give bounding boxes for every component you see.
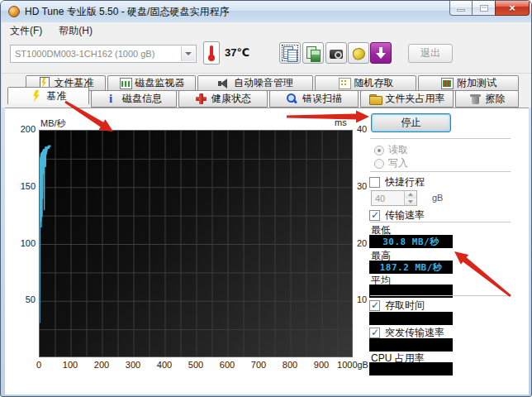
maximize-icon [480,5,488,12]
tab-label: 健康状态 [211,92,251,106]
divider [370,222,511,222]
app-icon [8,6,20,17]
temperature-value: 37℃ [225,46,249,59]
menu-help[interactable]: 帮助(H) [50,22,101,40]
dots-icon [338,77,350,89]
folder-icon [369,93,382,105]
cpu-usage-display [369,362,453,375]
short-stroke-label: 快捷行程 [385,175,425,189]
tab-label: 自动噪音管理 [234,76,293,90]
tab-erase[interactable]: 擦除 [455,90,519,108]
y-left-tick: 200 [9,124,36,134]
tab-disk-info[interactable]: 磁盘信息 [91,90,177,108]
menu-bar: 文件(F) 帮助(H) [2,22,532,39]
max-value-display: 187.2 MB/秒 [369,261,453,274]
x-tick: 1000gB [333,360,373,370]
y-left-tick: 150 [9,181,36,191]
divider [370,295,511,296]
tab-random-access[interactable]: 随机存取 [315,75,416,91]
drive-selector-dropdown-button[interactable] [181,46,195,61]
write-radio-label: 写入 [388,156,408,170]
stop-button[interactable]: 停止 [371,113,451,132]
copy-text-button[interactable] [279,42,301,64]
transfer-rate-checkbox[interactable] [369,210,380,221]
tab-label: 错误扫描 [302,92,342,106]
toolbar: ST1000DM003-1CH162 (1000 gB) 37℃ 退出 [2,39,532,74]
cross-icon [195,93,207,105]
exit-button[interactable]: 退出 [408,44,453,63]
short-stroke-row: 快捷行程 [369,175,425,189]
access-time-row: 存取时间 [369,299,425,313]
temperature-button[interactable] [203,41,220,65]
short-stroke-unit: gB [432,193,443,203]
read-radio-label: 读取 [388,143,408,157]
transfer-rate-label: 传输速率 [385,208,425,222]
tab-disk-monitor[interactable]: 磁盘监视器 [107,75,196,91]
transfer-rate-row: 传输速率 [369,208,425,222]
tab-aam[interactable]: 自动噪音管理 [197,75,313,91]
update-button[interactable] [370,42,392,64]
chevron-down-icon [185,52,192,55]
drive-selector[interactable]: ST1000DM003-1CH162 (1000 gB) [10,45,197,63]
magnifier-icon [286,93,298,105]
tab-label: 磁盘信息 [122,92,162,106]
stepper-down-button[interactable] [405,198,416,206]
close-button[interactable]: × [495,1,530,16]
tab-strip: 文件基准磁盘监视器自动噪音管理随机存取附加测试 基准磁盘信息健康状态错误扫描文件… [2,74,532,108]
window-title: HD Tune 专业版 5.50 - 硬盘/固态硬盘实用程序 [25,5,229,19]
read-radio-row: 读取 [374,143,408,157]
minimize-icon [457,9,465,12]
y-left-tick: 100 [9,238,36,248]
min-value-display: 30.8 MB/秒 [369,235,453,248]
read-radio[interactable] [374,146,384,155]
close-icon: × [509,2,515,13]
trash-icon [469,93,482,105]
stepper-up-button[interactable] [405,191,416,198]
menu-file[interactable]: 文件(F) [2,22,50,40]
tab-folder-usage[interactable]: 文件夹占用率 [360,90,454,108]
tab-row-1: 文件基准磁盘监视器自动噪音管理随机存取附加测试 [26,75,519,91]
tab-row-2: 基准磁盘信息健康状态错误扫描文件夹占用率擦除 [7,90,519,108]
access-time-display [369,312,453,325]
tab-label: 基准 [47,89,67,103]
burst-rate-display [369,338,453,352]
info-icon [106,93,118,105]
write-radio[interactable] [374,159,384,169]
donate-button[interactable] [348,42,369,64]
divider [370,171,511,172]
y-axis-right-label: ms [335,117,347,127]
benchmark-plot [39,130,353,357]
series-读取传输速率 [40,146,50,323]
access-time-label: 存取时间 [385,299,425,313]
short-stroke-stepper[interactable]: 40 [371,190,417,206]
title-bar: HD Tune 专业版 5.50 - 硬盘/固态硬盘实用程序 × [1,1,532,22]
tab-error-scan[interactable]: 错误扫描 [269,90,359,108]
speaker-icon [217,77,230,89]
tab-health[interactable]: 健康状态 [178,90,268,108]
maximize-button[interactable] [473,1,495,16]
bar-chart-icon [119,77,131,89]
tab-label: 附加测试 [457,76,496,90]
y-left-tick: 50 [9,294,36,304]
access-time-checkbox[interactable] [369,300,380,311]
copy-image-button[interactable] [302,42,324,64]
short-stroke-checkbox[interactable] [369,177,380,188]
thermometer-icon [210,45,213,56]
tab-extra-tests[interactable]: 附加测试 [418,75,519,91]
screenshot-button[interactable] [325,42,347,64]
divider [370,138,511,139]
write-radio-row: 写入 [374,156,408,170]
spark-icon [31,90,43,103]
burst-rate-checkbox[interactable] [369,328,380,338]
tab-label: 擦除 [486,92,506,106]
tab-label: 磁盘监视器 [135,76,185,90]
tab-label: 文件夹占用率 [386,92,445,106]
tab-benchmark[interactable]: 基准 [7,87,89,104]
y-axis-left-label: MB/秒 [40,117,66,130]
mini-chart-icon [440,77,453,89]
drive-selector-value: ST1000DM003-1CH162 (1000 gB) [15,49,154,59]
app-window: HD Tune 专业版 5.50 - 硬盘/固态硬盘实用程序 × 文件(F) 帮… [0,0,532,397]
short-stroke-value: 40 [375,194,385,203]
tab-label: 随机存取 [354,76,394,90]
minimize-button[interactable] [449,1,473,16]
